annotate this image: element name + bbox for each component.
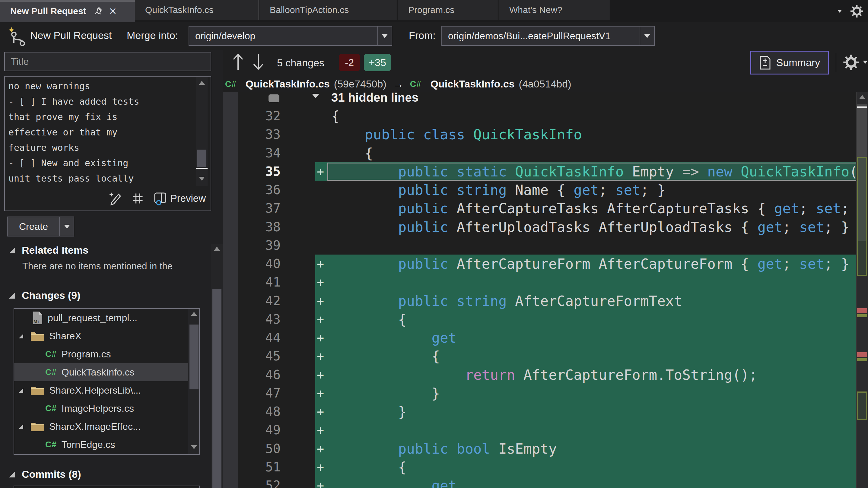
related-items-header[interactable]: Related Items bbox=[9, 244, 88, 256]
code-line-43: +43{ bbox=[223, 310, 856, 329]
tree-item-quicktaskinfo-cs[interactable]: C#QuickTaskInfo.cs bbox=[14, 363, 199, 381]
code-line-38: 38public AfterUploadTasks AfterUploadTas… bbox=[223, 218, 856, 236]
tab-new-pull-request[interactable]: New Pull Request× bbox=[0, 0, 135, 22]
preview-button[interactable]: Preview bbox=[153, 191, 206, 206]
tree-item-label: ShareX bbox=[49, 331, 82, 342]
tree-item-label: Program.cs bbox=[62, 349, 111, 360]
tree-item-label: pull_request_templ... bbox=[48, 313, 137, 324]
commits-title: Commits (8) bbox=[22, 468, 81, 480]
csharp-file-icon: C# bbox=[45, 440, 57, 449]
work-item-hash-icon[interactable] bbox=[131, 192, 145, 205]
code-line-44: +44get bbox=[223, 328, 856, 347]
merge-into-dropdown-button[interactable] bbox=[377, 27, 392, 45]
preview-label: Preview bbox=[170, 193, 206, 204]
tree-item-sharex-helperslib-[interactable]: ShareX.HelpersLib\... bbox=[14, 381, 199, 399]
code-line-33: 33public class QuickTaskInfo bbox=[223, 125, 856, 144]
code-line-47: +47} bbox=[223, 384, 856, 403]
deletions-badge: -2 bbox=[339, 54, 360, 71]
added-line-highlight bbox=[315, 328, 856, 347]
create-button[interactable]: Create bbox=[7, 217, 60, 236]
code-line-34: 34{ bbox=[223, 144, 856, 163]
summary-label: Summary bbox=[776, 57, 820, 68]
merge-into-value: origin/develop bbox=[189, 30, 377, 42]
changes-count-label: 5 changes bbox=[277, 57, 324, 69]
line-number: 52 bbox=[241, 476, 281, 488]
magic-pen-icon[interactable] bbox=[108, 191, 123, 206]
minimap-del-mark bbox=[857, 352, 867, 357]
tree-item-imagehelpers-cs[interactable]: C#ImageHelpers.cs bbox=[14, 399, 199, 417]
tree-expander-icon[interactable] bbox=[19, 424, 23, 429]
pull-request-form-panel: Title no new warnings - [ ] I have added… bbox=[0, 50, 223, 488]
code-line-50: +50public bool IsEmpty bbox=[223, 440, 856, 458]
changes-title: Changes (9) bbox=[22, 290, 81, 301]
added-line-highlight bbox=[315, 402, 856, 421]
diff-added-marker: + bbox=[317, 328, 324, 347]
tree-item-sharex-imageeffec-[interactable]: ShareX.ImageEffec... bbox=[14, 417, 199, 435]
tree-expander-icon[interactable] bbox=[19, 334, 23, 338]
code-text: } bbox=[398, 402, 407, 421]
line-number: 45 bbox=[241, 347, 281, 365]
commits-header[interactable]: Commits (8) bbox=[9, 468, 81, 480]
diff-settings-gear-icon[interactable] bbox=[843, 54, 860, 71]
pr-description-textarea[interactable]: no new warnings - [ ] I have added tests… bbox=[8, 78, 195, 186]
left-file-hash: (59e7450b) bbox=[334, 78, 386, 90]
next-change-arrow-down-icon[interactable] bbox=[251, 52, 265, 71]
line-number: 37 bbox=[241, 199, 281, 218]
tab-list-chevron-down-icon[interactable] bbox=[837, 10, 842, 13]
added-line-highlight bbox=[315, 347, 856, 365]
tab-program-cs[interactable]: Program.cs bbox=[398, 0, 498, 20]
tree-expander-icon[interactable] bbox=[19, 388, 23, 393]
pr-description-box: no new warnings - [ ] I have added tests… bbox=[4, 76, 211, 211]
line-number: 36 bbox=[241, 181, 281, 199]
code-text: { bbox=[365, 144, 373, 163]
tab-balloontipaction-cs[interactable]: BalloonTipAction.cs bbox=[259, 0, 397, 20]
tree-item-label: QuickTaskInfo.cs bbox=[62, 367, 134, 378]
tab-what-s-new-[interactable]: What's New? bbox=[499, 0, 610, 20]
description-scrollbar[interactable] bbox=[196, 77, 208, 186]
tree-item-label: ShareX.HelpersLib\... bbox=[49, 385, 141, 396]
changes-header[interactable]: Changes (9) bbox=[9, 290, 81, 301]
close-icon[interactable]: × bbox=[109, 7, 117, 16]
left-file-name: QuickTaskInfo.cs bbox=[246, 78, 330, 90]
from-dropdown-button[interactable] bbox=[640, 27, 654, 45]
changes-tree-scrollbar[interactable] bbox=[188, 309, 200, 454]
minimap-addbox-mark bbox=[857, 391, 867, 420]
tree-item-tornedge-cs[interactable]: C#TornEdge.cs bbox=[14, 435, 199, 454]
create-split-button: Create bbox=[7, 217, 74, 236]
changes-expander-icon bbox=[9, 293, 15, 299]
tree-item-sharex[interactable]: ShareX bbox=[14, 327, 199, 345]
diff-code-editor[interactable]: 31 hidden lines 32{33public class QuickT… bbox=[223, 92, 856, 488]
line-number: 51 bbox=[241, 458, 281, 477]
editor-scrollbar[interactable] bbox=[856, 92, 868, 488]
hidden-lines-row[interactable]: 31 hidden lines bbox=[223, 92, 856, 106]
form-panel-scrollbar[interactable] bbox=[211, 244, 223, 488]
tab-quicktaskinfo-cs[interactable]: QuickTaskInfo.cs bbox=[135, 0, 259, 20]
tree-item-pull-request-templ-[interactable]: M↓pull_request_templ... bbox=[14, 309, 199, 327]
summary-button[interactable]: Summary bbox=[750, 51, 829, 74]
line-number: 43 bbox=[241, 310, 281, 329]
tab-label: What's New? bbox=[509, 5, 562, 15]
create-dropdown-button[interactable] bbox=[59, 217, 74, 236]
code-text: { bbox=[398, 458, 407, 477]
diff-added-marker: + bbox=[317, 347, 324, 365]
from-combobox[interactable]: origin/demos/Bui...eatePullRequestV1 bbox=[441, 26, 655, 46]
code-line-39: 39 bbox=[223, 236, 856, 255]
right-file-hash: (4a0514bd) bbox=[519, 78, 571, 90]
pin-icon[interactable] bbox=[94, 6, 102, 16]
additions-badge: +35 bbox=[364, 54, 391, 71]
related-items-empty-text: There are no items mentioned in the bbox=[22, 261, 173, 272]
tabbar-gear-icon[interactable] bbox=[850, 4, 864, 18]
merge-into-combobox[interactable]: origin/develop bbox=[189, 26, 392, 46]
line-number: 46 bbox=[241, 365, 281, 384]
hidden-lines-label: 31 hidden lines bbox=[331, 92, 418, 106]
expand-chevron-icon bbox=[312, 94, 319, 98]
previous-change-arrow-up-icon[interactable] bbox=[231, 52, 245, 71]
diff-settings-chevron-down-icon[interactable] bbox=[863, 61, 868, 64]
tree-item-program-cs[interactable]: C#Program.cs bbox=[14, 345, 199, 363]
pr-title-input[interactable]: Title bbox=[4, 52, 211, 71]
line-number: 47 bbox=[241, 384, 281, 403]
code-text: public string AfterCaptureFormText bbox=[398, 292, 682, 311]
tabbar-right-controls bbox=[837, 0, 864, 22]
code-text: public string Name { get; set; } bbox=[398, 181, 665, 199]
merge-into-label: Merge into: bbox=[127, 30, 178, 41]
